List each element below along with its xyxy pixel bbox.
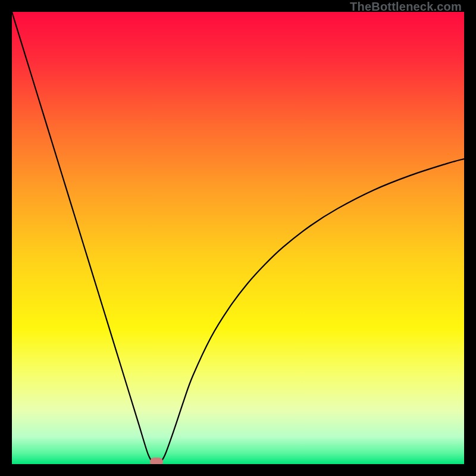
chart-svg <box>12 12 464 464</box>
chart-container: TheBottleneck.com <box>0 0 476 476</box>
bottleneck-curve <box>12 12 464 464</box>
plot-area <box>12 12 464 464</box>
optimal-point-marker <box>150 458 163 464</box>
